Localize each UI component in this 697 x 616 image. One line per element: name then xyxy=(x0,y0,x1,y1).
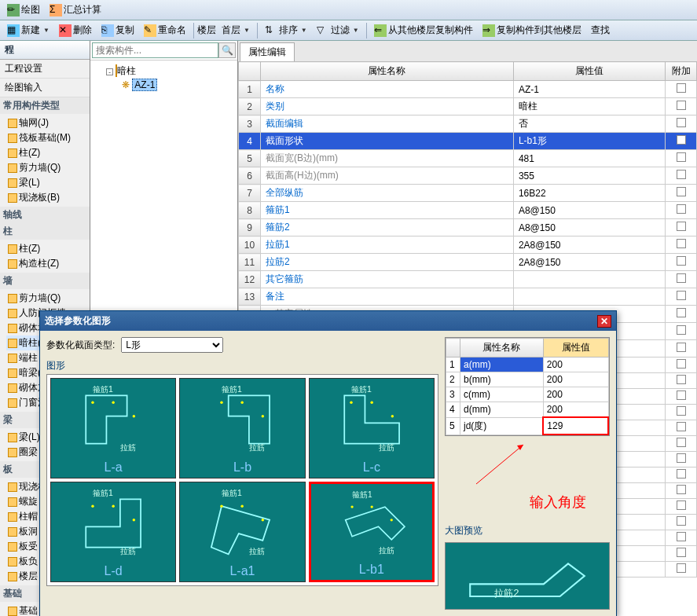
checkbox[interactable] xyxy=(677,406,686,416)
search-input[interactable] xyxy=(92,42,218,58)
property-row[interactable]: 2类别暗柱 xyxy=(239,98,697,116)
param-row[interactable]: 4d(mm)200 xyxy=(446,402,609,418)
checkbox[interactable] xyxy=(677,256,686,266)
checkbox[interactable] xyxy=(677,170,686,179)
nav-tree-item[interactable]: 柱(Z) xyxy=(6,145,90,160)
checkbox[interactable] xyxy=(677,548,686,557)
tab-property-edit[interactable]: 属性编辑 xyxy=(240,42,295,61)
node-icon xyxy=(8,148,17,158)
checkbox[interactable] xyxy=(677,422,686,431)
checkbox[interactable] xyxy=(677,375,686,384)
checkbox[interactable] xyxy=(677,135,686,145)
nav-tree-item[interactable]: 构造柱(Z) xyxy=(6,256,90,271)
shape-option-L-c[interactable]: 箍筋1拉筋L-c xyxy=(309,378,435,478)
checkbox[interactable] xyxy=(677,273,686,283)
property-row[interactable]: 5截面宽(B边)(mm)481 xyxy=(239,150,697,167)
checkbox[interactable] xyxy=(677,438,686,447)
checkbox[interactable] xyxy=(677,485,686,494)
param-row[interactable]: 3c(mm)200 xyxy=(446,387,609,402)
checkbox[interactable] xyxy=(677,516,686,526)
property-row[interactable]: 9箍筋2A8@150 xyxy=(239,219,697,236)
property-row[interactable]: 8箍筋1A8@150 xyxy=(239,202,697,219)
node-icon xyxy=(8,134,17,143)
checkbox[interactable] xyxy=(677,308,686,317)
checkbox[interactable] xyxy=(677,469,686,478)
copy-button[interactable]: ⎘复制 xyxy=(97,21,138,39)
tree-node-root[interactable]: - 暗柱 xyxy=(94,64,234,79)
node-icon xyxy=(8,512,17,522)
checkbox[interactable] xyxy=(677,563,686,573)
checkbox[interactable] xyxy=(677,453,686,463)
node-icon xyxy=(8,527,17,537)
checkbox[interactable] xyxy=(677,390,686,400)
property-row[interactable]: 11拉筋22A8@150 xyxy=(239,254,697,271)
checkbox[interactable] xyxy=(677,343,686,352)
nav-project-settings[interactable]: 工程设置 xyxy=(0,60,90,79)
checkbox[interactable] xyxy=(677,325,686,335)
copy-to-floor-button[interactable]: ⇒复制构件到其他楼层 xyxy=(479,21,585,39)
property-row[interactable]: 10拉筋12A8@150 xyxy=(239,236,697,254)
expand-icon[interactable]: - xyxy=(106,68,113,75)
col-value: 属性值 xyxy=(513,62,665,81)
draw-button[interactable]: ✏绘图 xyxy=(3,1,44,19)
dialog-titlebar[interactable]: 选择参数化图形 ✕ xyxy=(40,311,616,331)
new-button[interactable]: ▦新建▼ xyxy=(3,21,53,39)
find-button[interactable]: 查找 xyxy=(587,21,614,39)
shape-option-L-a1[interactable]: 箍筋1拉筋L-a1 xyxy=(179,482,305,582)
checkbox[interactable] xyxy=(677,222,686,231)
rename-button[interactable]: ✎重命名 xyxy=(140,21,190,39)
param-row[interactable]: 1a(mm)200 xyxy=(446,358,609,372)
checkbox[interactable] xyxy=(677,204,686,214)
shape-option-L-a[interactable]: 箍筋1拉筋L-a xyxy=(50,378,176,478)
checkbox[interactable] xyxy=(677,152,686,162)
nav-tree-item[interactable]: 现浇板(B) xyxy=(6,190,90,205)
copy-from-floor-button[interactable]: ⇐从其他楼层复制构件 xyxy=(370,21,477,39)
shape-option-L-b[interactable]: 箍筋1拉筋L-b xyxy=(179,378,305,478)
nav-tree-item[interactable]: 柱(Z) xyxy=(6,241,90,256)
tree-node-child[interactable]: ❋ AZ-1 xyxy=(94,79,234,91)
property-row[interactable]: 1名称AZ-1 xyxy=(239,81,697,98)
checkbox[interactable] xyxy=(677,500,686,510)
checkbox[interactable] xyxy=(677,239,686,248)
nav-tree-item[interactable]: 筏板基础(M) xyxy=(6,130,90,145)
checkbox[interactable] xyxy=(677,187,686,196)
checkbox[interactable] xyxy=(677,101,686,110)
nav-section-common[interactable]: 常用构件类型 xyxy=(0,97,90,114)
property-row[interactable]: 3截面编辑否 xyxy=(239,116,697,133)
property-row[interactable]: 6截面高(H边)(mm)355 xyxy=(239,167,697,185)
svg-text:拉筋2: 拉筋2 xyxy=(494,588,519,599)
delete-button[interactable]: ✕删除 xyxy=(55,21,96,39)
close-icon[interactable]: ✕ xyxy=(597,315,611,328)
property-row[interactable]: 12其它箍筋 xyxy=(239,271,697,288)
param-row[interactable]: 5jd(度)129 xyxy=(446,417,609,434)
search-button[interactable]: 🔍 xyxy=(218,42,236,58)
checkbox[interactable] xyxy=(677,118,686,127)
delete-icon: ✕ xyxy=(59,24,72,37)
floor-select[interactable]: 首层▼ xyxy=(218,21,254,39)
param-row[interactable]: 2b(mm)200 xyxy=(446,372,609,387)
nav-section-wall[interactable]: 墙 xyxy=(0,273,90,289)
param-table: 属性名称 属性值 1a(mm)2002b(mm)2003c(mm)2004d(m… xyxy=(445,337,610,436)
sort-button[interactable]: ⇅排序▼ xyxy=(261,21,311,39)
nav-tree-item[interactable]: 轴网(J) xyxy=(6,116,90,130)
nav-section-column[interactable]: 柱 xyxy=(0,223,90,240)
checkbox[interactable] xyxy=(677,532,686,541)
checkbox[interactable] xyxy=(677,291,686,300)
nav-tree-item[interactable]: 梁(L) xyxy=(6,175,90,190)
filter-button[interactable]: ▽过滤▼ xyxy=(313,21,363,39)
nav-section-axis[interactable]: 轴线 xyxy=(0,207,90,223)
checkbox[interactable] xyxy=(677,83,686,93)
nav-draw-input[interactable]: 绘图输入 xyxy=(0,79,90,97)
nav-tree-item[interactable]: 剪力墙(Q) xyxy=(6,160,90,175)
shape-option-L-b1[interactable]: 箍筋1拉筋L-b1 xyxy=(309,482,435,582)
section-type-select[interactable]: L形 xyxy=(121,337,223,353)
node-icon xyxy=(8,542,17,552)
nav-tree-item[interactable]: 剪力墙(Q) xyxy=(6,291,90,306)
shape-option-L-d[interactable]: 箍筋1拉筋L-d xyxy=(50,482,176,582)
calc-button[interactable]: Σ汇总计算 xyxy=(46,1,105,19)
property-row[interactable]: 7全部纵筋16B22 xyxy=(239,185,697,202)
node-icon xyxy=(8,339,17,348)
checkbox[interactable] xyxy=(677,359,686,368)
property-row[interactable]: 13备注 xyxy=(239,288,697,306)
property-row[interactable]: 4截面形状L-b1形 xyxy=(239,133,697,150)
